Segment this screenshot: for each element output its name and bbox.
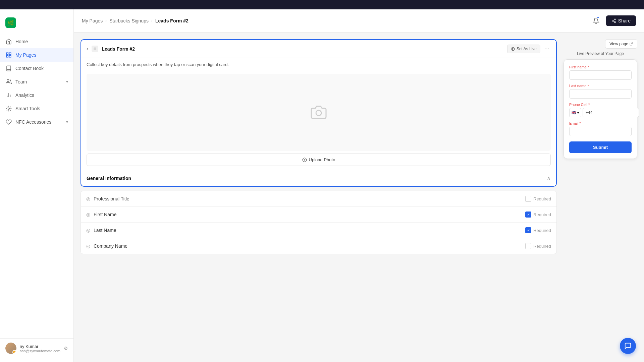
required-label: Required <box>533 212 551 217</box>
preview-email-group: Email * <box>569 121 632 136</box>
svg-rect-1 <box>9 53 11 54</box>
submit-button[interactable]: Submit <box>569 141 632 153</box>
preview-first-name-input[interactable] <box>569 70 632 80</box>
preview-email-input[interactable] <box>569 127 632 136</box>
field-item: ◎ Professional Title Required <box>81 191 556 207</box>
field-icon: ◎ <box>86 212 90 217</box>
notification-button[interactable] <box>590 15 602 27</box>
field-icon: ◎ <box>86 243 90 249</box>
sidebar-item-home[interactable]: Home <box>0 35 73 48</box>
main-content: My Pages › Starbucks Signups › Leads For… <box>74 9 644 362</box>
preview-phone-group: Phone Cell * 🇬🇧 ▾ <box>569 103 632 117</box>
avatar: 4 <box>5 343 16 354</box>
svg-rect-0 <box>6 53 8 54</box>
sidebar-item-team-label: Team <box>15 79 27 84</box>
page-type-icon: ⊞ <box>92 46 98 52</box>
breadcrumb-current: Leads Form #2 <box>155 18 189 23</box>
svg-marker-15 <box>513 48 514 50</box>
sidebar-item-smart-tools-label: Smart Tools <box>15 106 40 111</box>
team-chevron-icon: ▾ <box>66 79 68 84</box>
chat-button[interactable] <box>620 338 636 354</box>
header: My Pages › Starbucks Signups › Leads For… <box>74 9 644 33</box>
required-checkbox[interactable] <box>525 196 531 202</box>
sidebar-nav: Home My Pages Contact Book <box>0 35 73 338</box>
nfc-chevron-icon: ▾ <box>66 120 68 124</box>
svg-point-14 <box>511 47 515 51</box>
home-icon <box>5 38 12 45</box>
user-name: ny Kumar <box>20 344 60 349</box>
field-icon: ◎ <box>86 228 90 233</box>
required-label: Required <box>533 244 551 249</box>
field-last-name: Last Name <box>94 228 116 233</box>
my-pages-icon <box>5 52 12 58</box>
sidebar-item-analytics-label: Analytics <box>15 93 34 98</box>
flag-selector[interactable]: 🇬🇧 ▾ <box>569 108 581 117</box>
sidebar-item-my-pages-label: My Pages <box>15 52 36 58</box>
fields-list: ◎ Professional Title Required ◎ First Na… <box>80 191 557 254</box>
field-required-group: ✓ Required <box>525 212 551 218</box>
sidebar-item-contact-book[interactable]: Contact Book <box>0 62 73 75</box>
content-area: ‹ ⊞ Leads Form #2 Set As Live ··· <box>74 33 644 362</box>
back-button[interactable]: ‹ <box>87 46 88 52</box>
field-company-name: Company Name <box>94 243 127 249</box>
required-label: Required <box>533 196 551 201</box>
analytics-icon <box>5 92 12 99</box>
svg-line-13 <box>613 20 614 20</box>
field-item: ◎ Company Name Required <box>81 238 556 254</box>
preview-first-name-label: First name * <box>569 65 632 69</box>
required-checkbox[interactable] <box>525 243 531 249</box>
sidebar-logo: 🌿 <box>0 13 73 35</box>
collapse-button[interactable]: ∧ <box>547 175 551 181</box>
field-left: ◎ Last Name <box>86 228 116 233</box>
breadcrumb-starbucks[interactable]: Starbucks Signups <box>109 18 149 23</box>
share-button[interactable]: Share <box>606 15 636 26</box>
phone-preview: First name * Last name * Pho <box>564 59 637 159</box>
phone-number-input[interactable] <box>583 108 639 117</box>
team-icon <box>5 78 12 85</box>
preview-last-name-group: Last name * <box>569 84 632 99</box>
preview-label: Live Preview of Your Page <box>564 51 637 56</box>
preview-phone-label: Phone Cell * <box>569 103 632 107</box>
svg-point-9 <box>614 19 615 20</box>
required-checkbox-checked[interactable]: ✓ <box>525 212 531 218</box>
view-page-button[interactable]: View page <box>605 39 637 49</box>
sidebar-item-team[interactable]: Team ▾ <box>0 75 73 88</box>
general-info-section: General Information ∧ <box>81 170 556 186</box>
field-professional-title: Professional Title <box>94 196 129 201</box>
breadcrumb-my-pages[interactable]: My Pages <box>82 18 103 23</box>
panel-header-right: Set As Live ··· <box>507 44 551 54</box>
field-required-group: Required <box>525 243 551 249</box>
sidebar-item-my-pages[interactable]: My Pages <box>0 48 73 62</box>
form-panel: ‹ ⊞ Leads Form #2 Set As Live ··· <box>80 39 557 187</box>
user-email: ash@synxautomate.com <box>20 349 60 353</box>
settings-icon[interactable]: ⚙ <box>64 346 68 351</box>
general-info-title: General Information <box>87 176 131 181</box>
field-required-group: Required <box>525 196 551 202</box>
sidebar-item-smart-tools[interactable]: Smart Tools <box>0 102 73 115</box>
breadcrumb-sep-1: › <box>105 18 107 23</box>
photo-upload-area <box>87 74 551 151</box>
panel-description: Collect key details from prospects when … <box>81 58 556 71</box>
field-required-group: ✓ Required <box>525 227 551 233</box>
set-as-live-button[interactable]: Set As Live <box>507 45 540 53</box>
panel-header-left: ‹ ⊞ Leads Form #2 <box>87 46 135 52</box>
field-left: ◎ First Name <box>86 212 116 217</box>
sidebar-item-nfc-accessories[interactable]: NFC Accessories ▾ <box>0 115 73 129</box>
upload-photo-button[interactable]: Upload Photo <box>87 154 551 166</box>
sidebar-footer: 4 ny Kumar ash@synxautomate.com ⚙ <box>0 338 73 358</box>
preview-last-name-input[interactable] <box>569 89 632 99</box>
svg-line-12 <box>613 21 614 22</box>
panel-header: ‹ ⊞ Leads Form #2 Set As Live ··· <box>81 40 556 58</box>
more-options-button[interactable]: ··· <box>543 44 551 54</box>
svg-rect-2 <box>9 56 11 57</box>
field-icon: ◎ <box>86 196 90 201</box>
field-left: ◎ Professional Title <box>86 196 129 201</box>
sidebar-item-nfc-label: NFC Accessories <box>15 119 51 125</box>
sidebar-item-analytics[interactable]: Analytics <box>0 88 73 102</box>
contact-book-icon <box>5 65 12 72</box>
header-actions: Share <box>590 15 636 27</box>
svg-point-11 <box>614 21 615 23</box>
required-checkbox-checked[interactable]: ✓ <box>525 227 531 233</box>
svg-point-16 <box>316 110 321 116</box>
app-logo-icon: 🌿 <box>5 17 16 28</box>
